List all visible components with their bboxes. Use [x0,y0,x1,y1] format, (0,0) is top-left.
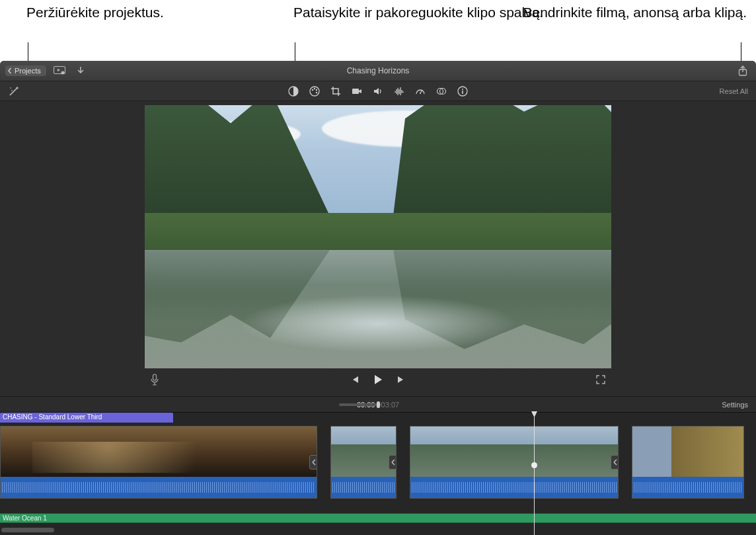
chevron-left-icon [7,67,13,74]
projects-label: Projects [15,67,41,75]
adjust-toolbar: Reset All [0,81,756,101]
palette-icon [309,86,320,97]
crop-button[interactable] [330,85,342,97]
svg-point-12 [420,93,421,94]
settings-button[interactable]: Settings [722,401,748,409]
magic-wand-icon [8,85,20,97]
noise-reduction-button[interactable] [393,85,405,97]
speaker-icon [373,86,383,97]
svg-point-8 [314,87,315,89]
video-clip[interactable] [0,426,317,499]
speedometer-icon [415,86,426,97]
svg-point-1 [61,71,64,75]
next-button[interactable] [396,374,406,385]
svg-point-16 [462,89,463,90]
callouts-area: Peržiūrėkite projektus. Pataisykite ir p… [0,0,756,61]
transition-icon [613,459,619,466]
svg-point-3 [11,90,13,91]
transition-icon [312,459,317,466]
svg-rect-18 [153,374,157,380]
title-clip[interactable]: CHASING - Standard Lower Third [0,413,173,423]
time-duration: 03:07 [381,401,400,409]
previous-button[interactable] [350,374,360,385]
play-button[interactable] [372,374,384,386]
video-preview[interactable] [145,105,611,368]
voiceover-button[interactable] [150,374,159,386]
camera-icon [352,86,362,97]
equalizer-icon [394,86,404,97]
audio-clip[interactable]: Water Ocean 1 [0,513,756,523]
viewer-area [0,101,756,396]
volume-button[interactable] [372,85,384,97]
callout-share: Bendrinkite filmą, anonsą arba klipą. [523,4,747,21]
clips-row [0,426,756,499]
import-button[interactable] [73,64,89,77]
play-icon [372,374,384,386]
video-clip[interactable] [632,426,744,499]
timebar: 00:06 / 03:07 Settings [0,396,756,412]
skip-back-icon [350,374,360,385]
callout-color: Pataisykite ir pakoreguokite klipo spalv… [293,4,543,21]
reset-all-button[interactable]: Reset All [720,87,748,95]
expand-icon [595,374,606,385]
video-clip[interactable] [410,426,619,499]
transition-badge[interactable] [309,455,317,470]
svg-rect-11 [352,89,359,94]
fullscreen-button[interactable] [595,374,606,385]
timeline-scrollbar[interactable] [1,528,54,532]
color-correction-button[interactable] [309,85,321,97]
transition-icon [391,459,397,466]
transition-badge[interactable] [611,455,619,470]
color-balance-button[interactable] [287,85,299,97]
share-button[interactable] [735,64,751,77]
timeline-zoom-slider[interactable] [339,403,381,406]
overlap-circles-icon [436,86,447,97]
app-window: Projects Chasing Horizons [0,61,756,535]
callout-line [28,42,28,63]
callout-line [741,42,741,63]
adjust-tools [287,85,469,97]
projects-button[interactable]: Projects [5,65,46,76]
speed-button[interactable] [414,85,426,97]
download-arrow-icon [76,66,85,75]
callout-projects: Peržiūrėkite projektus. [26,4,164,21]
timeline[interactable]: CHASING - Standard Lower Third [0,412,756,535]
stabilization-button[interactable] [351,85,363,97]
playback-controls [145,368,611,391]
crop-icon [330,86,341,97]
microphone-icon [150,374,159,386]
media-browser-button[interactable] [52,64,67,77]
svg-point-7 [312,89,313,90]
media-icon [54,66,65,75]
share-icon [738,65,747,76]
svg-point-10 [316,91,317,93]
enhance-button[interactable] [8,85,20,97]
info-button[interactable] [457,85,469,97]
project-title: Chasing Horizons [347,66,410,75]
transition-badge[interactable] [389,455,397,470]
video-clip[interactable] [330,426,397,499]
svg-point-9 [316,89,317,90]
titlebar: Projects Chasing Horizons [0,61,756,81]
svg-rect-17 [462,91,463,94]
clip-filter-button[interactable] [435,85,447,97]
skip-forward-icon [396,374,406,385]
info-icon [457,86,468,97]
svg-point-4 [10,87,11,89]
playhead[interactable] [534,413,535,535]
half-circle-icon [288,86,299,97]
